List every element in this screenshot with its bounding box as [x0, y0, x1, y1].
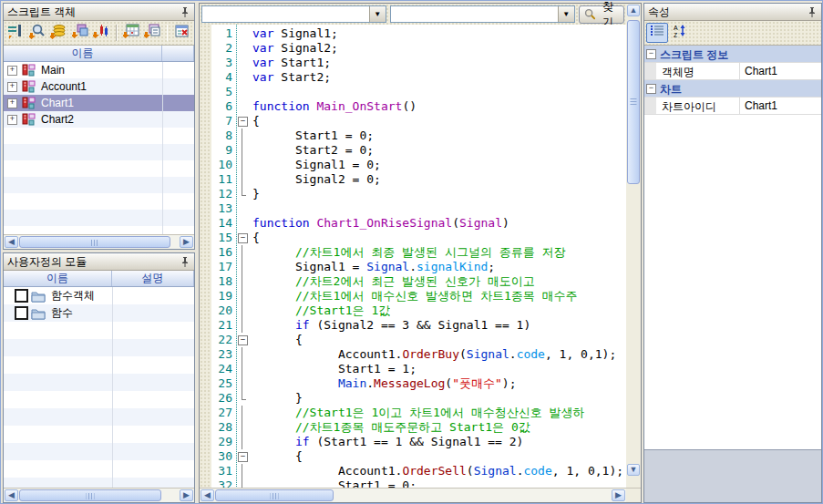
- code-line[interactable]: 5: [200, 85, 626, 99]
- search-object-button[interactable]: [27, 23, 48, 43]
- tree-expander-icon[interactable]: +: [7, 98, 17, 108]
- breakpoint-margin[interactable]: [200, 260, 211, 274]
- breakpoint-margin[interactable]: [200, 114, 211, 129]
- breakpoint-margin[interactable]: [200, 420, 211, 435]
- breakpoint-margin[interactable]: [200, 216, 211, 231]
- code-line[interactable]: 4var Start2;: [200, 70, 626, 85]
- collapse-icon[interactable]: −: [646, 49, 656, 59]
- scroll-thumb[interactable]: [215, 489, 334, 501]
- add-chart-object-button[interactable]: [91, 23, 112, 43]
- scroll-thumb[interactable]: [19, 236, 170, 248]
- code-line[interactable]: 10 Signal1 = 0;: [200, 158, 626, 172]
- code-line[interactable]: 2var Signal2;: [200, 41, 626, 56]
- chevron-down-icon[interactable]: ▼: [369, 6, 386, 22]
- breakpoint-margin[interactable]: [200, 347, 211, 362]
- find-button[interactable]: 찾기: [579, 5, 624, 24]
- code-line[interactable]: 29 if (Start1 == 1 && Signal1 == 2): [200, 435, 626, 449]
- breakpoint-margin[interactable]: [200, 231, 211, 245]
- code-line[interactable]: 25 Main.MessageLog("풋매수");: [200, 376, 626, 391]
- collapse-icon[interactable]: −: [646, 84, 656, 94]
- alphabetical-sort-button[interactable]: AZ: [669, 23, 691, 43]
- scroll-right-arrow[interactable]: ▶: [180, 236, 193, 248]
- user-modules-hscrollbar[interactable]: ◀ ▶: [4, 488, 194, 502]
- editor-vscrollbar[interactable]: ▲ ▼: [626, 4, 641, 489]
- column-header-name[interactable]: 이름: [4, 271, 112, 286]
- fold-collapse-icon[interactable]: −: [238, 233, 248, 243]
- code-line[interactable]: 14function Chart1_OnRiseSignal(Signal): [200, 216, 626, 231]
- code-line[interactable]: 7−{: [200, 114, 626, 129]
- chevron-down-icon[interactable]: ▼: [558, 6, 574, 22]
- breakpoint-margin[interactable]: [200, 362, 211, 376]
- fold-collapse-icon[interactable]: −: [238, 335, 248, 345]
- breakpoint-margin[interactable]: [200, 274, 211, 289]
- scroll-right-arrow[interactable]: ▶: [612, 489, 625, 501]
- code-line[interactable]: 15−{: [200, 231, 626, 245]
- breakpoint-margin[interactable]: [200, 333, 211, 347]
- breakpoint-margin[interactable]: [200, 99, 211, 114]
- breakpoint-margin[interactable]: [200, 449, 211, 464]
- tree-expander-icon[interactable]: +: [7, 82, 17, 92]
- object-select-combo[interactable]: ▼: [201, 5, 386, 23]
- tree-row[interactable]: +Chart1: [4, 95, 194, 111]
- tree-row[interactable]: +Chart2: [4, 111, 194, 128]
- scroll-thumb[interactable]: [627, 20, 640, 184]
- add-module-object-button[interactable]: [142, 23, 163, 43]
- breakpoint-margin[interactable]: [200, 303, 211, 318]
- fold-margin[interactable]: −: [236, 333, 248, 347]
- code-line[interactable]: 6function Main_OnStart(): [200, 99, 626, 114]
- add-schedule-object-button[interactable]: [121, 23, 142, 43]
- module-row[interactable]: 함수객체: [4, 287, 194, 304]
- breakpoint-margin[interactable]: [200, 406, 211, 420]
- fold-margin[interactable]: −: [236, 231, 248, 245]
- breakpoint-margin[interactable]: [200, 435, 211, 449]
- add-object-button[interactable]: [70, 23, 91, 43]
- fold-margin[interactable]: −: [236, 449, 248, 464]
- breakpoint-margin[interactable]: [200, 85, 211, 99]
- property-value[interactable]: Chart1: [740, 98, 821, 114]
- code-line[interactable]: 18 //차트2에서 최근 발생된 신호가 매도이고: [200, 274, 626, 289]
- scroll-left-arrow[interactable]: ◀: [5, 489, 18, 501]
- code-line[interactable]: 20 //Start1은 1값: [200, 303, 626, 318]
- breakpoint-margin[interactable]: [200, 158, 211, 172]
- insert-object-button[interactable]: [5, 23, 26, 43]
- code-line[interactable]: 30− {: [200, 449, 626, 464]
- property-value[interactable]: Chart1: [740, 63, 821, 79]
- breakpoint-margin[interactable]: [200, 143, 211, 158]
- pin-icon[interactable]: [807, 6, 818, 18]
- breakpoint-margin[interactable]: [200, 289, 211, 303]
- code-line[interactable]: 17 Signal1 = Signal.signalKind;: [200, 260, 626, 274]
- breakpoint-margin[interactable]: [200, 172, 211, 187]
- breakpoint-margin[interactable]: [200, 391, 211, 406]
- add-account-object-button[interactable]: [48, 23, 69, 43]
- column-header-description[interactable]: 설명: [112, 271, 194, 286]
- code-line[interactable]: 8 Start1 = 0;: [200, 129, 626, 143]
- scroll-right-arrow[interactable]: ▶: [180, 489, 193, 501]
- code-line[interactable]: 16 //차트1에서 최종 발생된 시그널의 종류를 저장: [200, 245, 626, 260]
- module-row[interactable]: 함수: [4, 304, 194, 322]
- code-line[interactable]: 27 //Start1은 1이고 차트1에서 매수청산신호 발생하: [200, 406, 626, 420]
- tree-row[interactable]: +Main: [4, 62, 194, 78]
- breakpoint-margin[interactable]: [200, 41, 211, 56]
- editor-hscrollbar[interactable]: ◀ ▶: [200, 488, 626, 502]
- search-text-combo[interactable]: ▼: [390, 5, 575, 23]
- scroll-left-arrow[interactable]: ◀: [201, 489, 214, 501]
- code-line[interactable]: 23 Account1.OrderBuy(Signal.code, 1, 0,1…: [200, 347, 626, 362]
- code-line[interactable]: 28 //차트1종목 매도주문하고 Start1은 0값: [200, 420, 626, 435]
- breakpoint-margin[interactable]: [200, 245, 211, 260]
- fold-margin[interactable]: −: [236, 114, 248, 129]
- fold-collapse-icon[interactable]: −: [238, 452, 248, 462]
- module-checkbox[interactable]: [15, 289, 28, 303]
- code-line[interactable]: 26 }: [200, 391, 626, 406]
- code-line[interactable]: 11 Signal2 = 0;: [200, 172, 626, 187]
- pin-icon[interactable]: [180, 256, 190, 268]
- code-area[interactable]: 1var Signal1;2var Signal2;3var Start1;4v…: [200, 25, 626, 489]
- code-line[interactable]: 31 Account1.OrderSell(Signal.code, 1, 0,…: [200, 464, 626, 478]
- code-line[interactable]: 21 if (Signal2 == 3 && Signal1 == 1): [200, 318, 626, 333]
- tree-expander-icon[interactable]: +: [7, 115, 17, 125]
- breakpoint-margin[interactable]: [200, 129, 211, 143]
- fold-collapse-icon[interactable]: −: [238, 117, 248, 127]
- scroll-thumb[interactable]: [19, 489, 161, 501]
- property-group-row[interactable]: −스크립트 정보: [644, 46, 821, 63]
- script-objects-hscrollbar[interactable]: ◀ ▶: [4, 234, 194, 249]
- breakpoint-margin[interactable]: [200, 464, 211, 478]
